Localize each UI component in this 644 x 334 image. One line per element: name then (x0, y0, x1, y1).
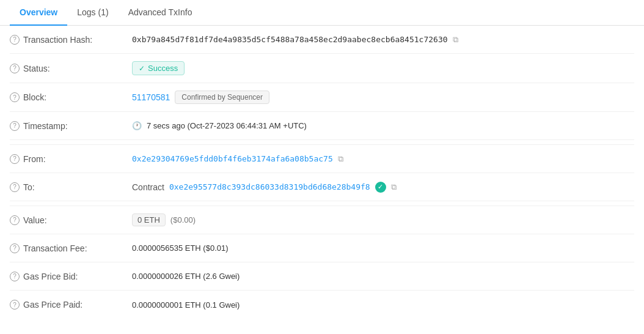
gas-price-paid-label: ? Gas Price Paid: (10, 300, 132, 310)
help-icon-from[interactable]: ? (10, 154, 20, 164)
verified-icon: ✓ (375, 182, 386, 193)
from-address-link[interactable]: 0x2e29304769e5fdd0bf4f6eb3174afa6a08b5ac… (132, 154, 333, 163)
gas-price-bid-label: ? Gas Price Bid: (10, 272, 132, 281)
copy-txhash-button[interactable]: ⧉ (453, 35, 458, 45)
block-label: ? Block: (10, 92, 132, 102)
transaction-fee-label: ? Transaction Fee: (10, 243, 132, 253)
value-row: ? Value: 0 ETH ($0.00) (10, 206, 634, 234)
to-address-link[interactable]: 0xe2e95577d8c393dc86033d8319bd6d68e28b49… (169, 182, 370, 191)
copy-to-button[interactable]: ⧉ (391, 182, 397, 192)
tab-overview[interactable]: Overview (10, 0, 67, 26)
block-number-link[interactable]: 51170581 (132, 92, 170, 102)
sequencer-badge: Confirmed by Sequencer (175, 91, 269, 104)
value-value: 0 ETH ($0.00) (132, 213, 634, 226)
value-label: ? Value: (10, 215, 132, 225)
status-label: ? Status: (10, 64, 132, 73)
gas-price-paid-value: 0.0000000001 ETH (0.1 Gwei) (132, 300, 634, 310)
from-value: 0x2e29304769e5fdd0bf4f6eb3174afa6a08b5ac… (132, 154, 634, 164)
transaction-hash-label: ? Transaction Hash: (10, 35, 132, 45)
help-icon-timestamp[interactable]: ? (10, 121, 20, 131)
clock-icon: 🕐 (132, 121, 142, 130)
transaction-fee-row: ? Transaction Fee: 0.0000056535 ETH ($0.… (10, 234, 634, 262)
copy-from-button[interactable]: ⧉ (338, 154, 343, 164)
timestamp-row: ? Timestamp: 🕐 7 secs ago (Oct-27-2023 0… (10, 112, 634, 140)
tab-advanced[interactable]: Advanced TxInfo (119, 0, 202, 26)
status-badge: Success (132, 61, 185, 75)
section-divider-2 (10, 201, 634, 206)
gas-price-bid-row: ? Gas Price Bid: 0.0000000026 ETH (2.6 G… (10, 262, 634, 291)
tab-logs[interactable]: Logs (1) (67, 0, 118, 26)
status-row: ? Status: Success (10, 54, 634, 83)
transaction-hash-value: 0xb79a845d7f81df7de4a9835d5cf5488a78a458… (132, 35, 634, 45)
help-icon-block[interactable]: ? (10, 92, 20, 102)
status-value: Success (132, 61, 634, 75)
block-value: 51170581 Confirmed by Sequencer (132, 91, 634, 104)
to-label: ? To: (10, 182, 132, 192)
tab-bar: Overview Logs (1) Advanced TxInfo (0, 0, 644, 26)
from-label: ? From: (10, 154, 132, 164)
help-icon-value[interactable]: ? (10, 215, 20, 225)
help-icon-txhash[interactable]: ? (10, 35, 20, 45)
to-value: Contract 0xe2e95577d8c393dc86033d8319bd6… (132, 182, 634, 193)
transaction-hash-row: ? Transaction Hash: 0xb79a845d7f81df7de4… (10, 26, 634, 54)
timestamp-label: ? Timestamp: (10, 121, 132, 131)
to-row: ? To: Contract 0xe2e95577d8c393dc86033d8… (10, 173, 634, 201)
overview-content: ? Transaction Hash: 0xb79a845d7f81df7de4… (0, 26, 644, 319)
transaction-fee-value: 0.0000056535 ETH ($0.01) (132, 243, 634, 253)
gas-price-bid-value: 0.0000000026 ETH (2.6 Gwei) (132, 272, 634, 281)
help-icon-fee[interactable]: ? (10, 243, 20, 253)
help-icon-to[interactable]: ? (10, 182, 20, 192)
eth-value-badge: 0 ETH (132, 213, 166, 226)
section-divider-1 (10, 140, 634, 145)
timestamp-value: 🕐 7 secs ago (Oct-27-2023 06:44:31 AM +U… (132, 121, 634, 130)
gas-price-paid-row: ? Gas Price Paid: 0.0000000001 ETH (0.1 … (10, 291, 634, 319)
help-icon-status[interactable]: ? (10, 64, 20, 73)
help-icon-gas-paid[interactable]: ? (10, 300, 20, 310)
block-row: ? Block: 51170581 Confirmed by Sequencer (10, 83, 634, 112)
help-icon-gas-bid[interactable]: ? (10, 272, 20, 281)
from-row: ? From: 0x2e29304769e5fdd0bf4f6eb3174afa… (10, 145, 634, 173)
